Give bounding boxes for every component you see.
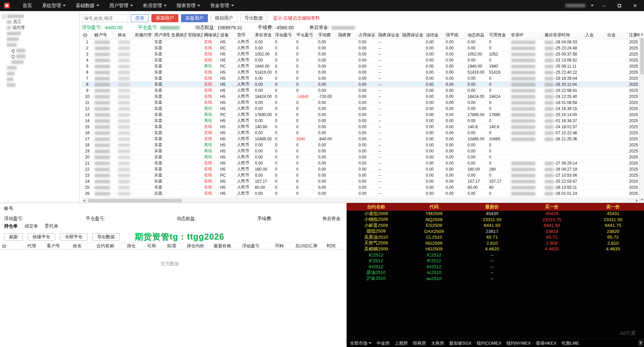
- quote-row[interactable]: 小纳指2509NQ250923311.5023310.7523311.50: [347, 217, 644, 223]
- column-header: 入金: [584, 32, 606, 39]
- quote-row[interactable]: 德指2509DAX2509238172381823820: [347, 229, 644, 235]
- blurred-text: [95, 59, 110, 62]
- table-row[interactable]: 26实盘在线H5人民币0.00000.000.00--0.000.000.000…: [82, 190, 639, 197]
- tab-持仓单[interactable]: 持仓单: [4, 223, 18, 229]
- table-row[interactable]: 10实盘在线H5人民币18424.000-14840-720.000.00--0…: [82, 94, 639, 100]
- scroll-right-arrow-icon[interactable]: [636, 199, 638, 202]
- table-row[interactable]: 14实盘离线H5人民币0.00000.000.00--0.000.000.000…: [82, 118, 639, 124]
- quote-row[interactable]: 小道指2509YM2509454304542945431: [347, 211, 644, 217]
- quote-row[interactable]: 天然气2509NG25092.8102.8082.810: [347, 240, 644, 246]
- tree-item-12[interactable]: [2, 82, 78, 88]
- quote-row[interactable]: 小标普2509ES25096441.506441.506441.75: [347, 222, 644, 229]
- chevron-down-icon[interactable]: [591, 5, 594, 6]
- menu-item-0[interactable]: 首页: [23, 3, 32, 9]
- table-row[interactable]: 19实盘离线H5人民币0.00000.000.00--0.000.000.000…: [82, 148, 639, 154]
- table-row[interactable]: 2实盘在线PC人民币0.00000.000.00--0.000.000.000 …: [82, 45, 639, 51]
- menu-item-4[interactable]: 柜员管理: [143, 3, 167, 9]
- table-row[interactable]: 25实盘在线H5人民币60.00000.000.00--0.000.0060.0…: [82, 184, 639, 190]
- table-row[interactable]: 6实盘在线H5人民币51419.00000.000.00--0.000.0051…: [82, 69, 639, 75]
- table-row[interactable]: 8实盘在线H5人民币0.00000.000.00--0.000.000.000 …: [82, 81, 639, 88]
- table-row[interactable]: 23实盘在线PC人民币0.00000.000.00--0.000.000.000…: [82, 172, 639, 178]
- tree-expander-icon[interactable]: -: [2, 14, 6, 18]
- table-row[interactable]: 18实盘离线H5人民币0.00000.000.00--0.000.000.000…: [82, 142, 639, 148]
- market-tab-8[interactable]: 香港HKEX: [536, 340, 556, 346]
- quick-close-button[interactable]: 快捷平仓: [28, 233, 55, 241]
- market-tab-5[interactable]: 新加坡SGX: [449, 340, 471, 346]
- search-button[interactable]: 搜索: [131, 14, 149, 22]
- tab-委托单[interactable]: 委托单: [45, 223, 59, 229]
- quote-row[interactable]: IH2512IH2512--: [347, 264, 644, 270]
- menu-item-2[interactable]: 基础数据: [76, 3, 99, 9]
- scroll-up-arrow-icon[interactable]: [641, 33, 643, 35]
- tree-item-1[interactable]: 员工: [2, 20, 78, 25]
- tree-item-8[interactable]: [2, 60, 78, 65]
- tree-item-7[interactable]: Q: [2, 54, 78, 59]
- export-positions-button[interactable]: 导出数据: [92, 233, 120, 241]
- table-row[interactable]: 27实盘在线H5人民币0.00000.000.00--0.000.000.000…: [82, 197, 639, 198]
- table-row[interactable]: 9实盘在线H5人民币0.00000.000.00--0.000.000.000 …: [82, 88, 639, 94]
- table-row[interactable]: 7实盘在线H5人民币0.00000.000.00--0.000.000.000 …: [82, 75, 639, 81]
- quote-row[interactable]: 美原油2510CL251065.7165.7165.72: [347, 234, 644, 240]
- table-row[interactable]: 12实盘离线H5人民币0.00000.000.00--0.000.000.000…: [82, 106, 639, 112]
- horizontal-scrollbar[interactable]: [82, 198, 639, 203]
- blurred-text: [118, 89, 130, 93]
- export-data-button[interactable]: 导出数据: [240, 14, 267, 22]
- sim-user-button[interactable]: 模拟用户: [211, 14, 238, 22]
- tree-item-6[interactable]: Q: [2, 48, 78, 53]
- market-tab-3[interactable]: 郑商所: [413, 340, 426, 346]
- market-tab-9[interactable]: 伦敦LME: [562, 340, 579, 346]
- quote-row[interactable]: 沪金2510au2510--: [347, 276, 644, 282]
- real-user-button[interactable]: 实盘用户: [181, 14, 208, 22]
- menu-item-5[interactable]: 报表管理: [177, 3, 200, 9]
- menu-item-6[interactable]: 资金管理: [210, 3, 234, 9]
- tree-item-11[interactable]: [2, 77, 78, 82]
- table-row[interactable]: 15实盘在线H5人民币140.80000.000.00--0.000.00140…: [82, 124, 639, 130]
- tree-item-9[interactable]: [2, 65, 78, 70]
- column-header: 冻结金: [424, 32, 444, 39]
- market-tab-4[interactable]: 大商所: [431, 340, 444, 346]
- table-row[interactable]: 13实盘离线PC人民币17890.00000.000.00--0.000.001…: [82, 112, 639, 118]
- tree-item-5[interactable]: [2, 42, 78, 47]
- search-input[interactable]: [82, 14, 128, 22]
- tree-item-0[interactable]: -: [2, 14, 78, 19]
- maximize-button[interactable]: [614, 3, 624, 8]
- menu-item-3[interactable]: 用户管理: [109, 3, 133, 9]
- add-user-button[interactable]: 添加用户: [151, 14, 178, 22]
- market-tab-6[interactable]: 纽约COMEX: [476, 340, 501, 346]
- table-row[interactable]: 17实盘在线H5人民币10485.0003040-840.000.00--0.0…: [82, 136, 639, 142]
- quote-row[interactable]: 美精铜2509HG25094.46254.46254.4635: [347, 246, 644, 252]
- table-row[interactable]: 22实盘在线H5人民币160.00000.000.00--0.000.00160…: [82, 166, 639, 172]
- quote-row[interactable]: IC2512IC2512--: [347, 252, 644, 258]
- menu-item-1[interactable]: 系统管理: [42, 3, 66, 9]
- table-row[interactable]: 1实盘在线H5人民币0.00000.000.00--0.000.000.000 …: [82, 39, 639, 45]
- scroll-down-arrow-icon[interactable]: [641, 199, 643, 201]
- horizontal-scroll-thumb[interactable]: [88, 199, 182, 202]
- tree-item-3[interactable]: [2, 31, 78, 36]
- table-row[interactable]: 5实盘离线PC人民币1940.00000.000.00--0.000.00194…: [82, 63, 639, 69]
- vertical-scrollbar[interactable]: [639, 32, 644, 203]
- refresh-button[interactable]: 刷新: [4, 233, 23, 241]
- market-scroll-button[interactable]: [638, 340, 643, 346]
- tree-item-10[interactable]: [2, 71, 78, 76]
- tree-item-4[interactable]: [2, 37, 78, 42]
- vertical-scroll-thumb[interactable]: [640, 38, 644, 75]
- table-row[interactable]: 16实盘在线H5人民币0.00000.000.00--0.000.000.000…: [82, 130, 639, 136]
- table-row[interactable]: 3实盘在线H5人民币1052.00000.000.00--0.000.00105…: [82, 51, 639, 57]
- tab-成交单[interactable]: 成交单: [25, 223, 38, 229]
- market-tab-1[interactable]: 中金所: [377, 340, 390, 346]
- close-button[interactable]: ×: [630, 2, 640, 9]
- table-row[interactable]: 24实盘在线H5人民币157.17000.000.00--0.000.00157…: [82, 178, 639, 184]
- market-tab-7[interactable]: 纽约NYMEX: [506, 340, 531, 346]
- table-row[interactable]: 21实盘在线H5人民币0.00000.000.00--0.000.000.000…: [82, 160, 639, 166]
- quote-row[interactable]: IF2512IF2512--: [347, 258, 644, 264]
- minimize-button[interactable]: ─: [599, 3, 609, 8]
- market-tab-0[interactable]: 全部市场: [350, 340, 371, 346]
- close-all-button[interactable]: 全部平仓: [60, 233, 87, 241]
- scroll-left-arrow-icon[interactable]: [83, 199, 85, 202]
- market-tab-2[interactable]: 上期所: [395, 340, 408, 346]
- quote-row[interactable]: 原油2510sc2510--: [347, 270, 644, 276]
- table-row[interactable]: 20实盘离线H5人民币0.00000.000.00--0.000.000.000…: [82, 154, 639, 160]
- table-row[interactable]: 11实盘在线H5人民币0.00000.000.00--0.000.000.000…: [82, 100, 639, 106]
- tree-item-2[interactable]: 试代理: [2, 25, 78, 30]
- table-row[interactable]: 4实盘在线H5人民币0.00000.000.00--0.000.000.000 …: [82, 57, 639, 63]
